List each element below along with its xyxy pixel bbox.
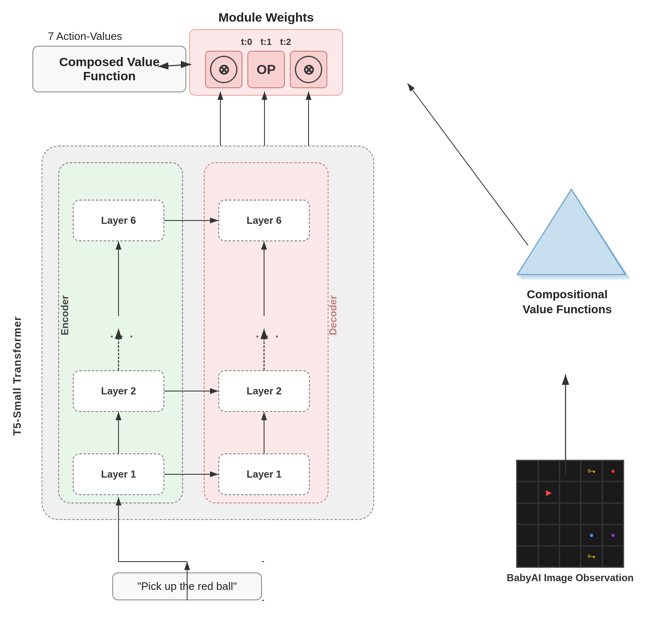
cell-r2c4: [581, 482, 602, 503]
diagram-container: 7 Action-Values Composed Value Function …: [0, 0, 667, 644]
mw-cell-2: ⊗: [290, 51, 327, 88]
cell-r1c3: [560, 461, 581, 481]
cell-r5c5: [603, 546, 623, 567]
cell-r3c3: [560, 503, 581, 524]
cell-r4c4: ●: [581, 525, 602, 545]
op-label: OP: [257, 62, 276, 77]
module-weights-label: Module Weights: [204, 10, 329, 25]
decoder-layer6: Layer 6: [218, 200, 310, 241]
timestamp-0: t:0: [241, 37, 252, 47]
module-weights-box: t:0 t:1 t:2 ⊗ OP ⊗: [189, 29, 343, 96]
cell-r4c1: [517, 525, 538, 545]
x-circle-2: ⊗: [295, 56, 322, 83]
cell-r5c1: [517, 546, 538, 567]
cell-r3c5: [603, 503, 623, 524]
cell-r5c4: 🗝: [581, 546, 602, 567]
babyai-container: 🗝 ● ▶ ● ● 🗝 BabyAI: [507, 460, 634, 584]
decoder-label: Decoder: [327, 295, 339, 335]
cell-r3c4: [581, 503, 602, 524]
decoder-layer2: Layer 2: [218, 370, 310, 412]
cell-r5c3: [560, 546, 581, 567]
encoder-dots: · · ·: [110, 330, 135, 343]
cell-r2c1: [517, 482, 538, 503]
triangle-svg: [513, 187, 630, 287]
cell-r3c1: [517, 503, 538, 524]
cell-r2c2: ▶: [539, 482, 559, 503]
cell-r4c2: [539, 525, 559, 545]
decoder-dots: · · ·: [256, 330, 280, 343]
timestamp-2: t:2: [280, 37, 291, 47]
encoder-label: Encoder: [59, 295, 71, 335]
text-input-box: "Pick up the red ball": [112, 572, 262, 600]
cell-r4c5: ●: [603, 525, 623, 545]
cell-r5c2: [539, 546, 559, 567]
mw-cell-0: ⊗: [205, 51, 242, 88]
triangle-stack: [513, 187, 621, 279]
encoder-layer2: Layer 2: [73, 370, 164, 412]
action-values-label: 7 Action-Values: [48, 30, 122, 43]
cell-r1c2: [539, 461, 559, 481]
timestamp-1: t:1: [261, 37, 272, 47]
babyai-grid: 🗝 ● ▶ ● ● 🗝: [516, 460, 624, 568]
cell-r4c3: [560, 525, 581, 545]
cell-r1c1: [517, 461, 538, 481]
t5-label: T5-Small Transformer: [11, 316, 24, 436]
timestamps-row: t:0 t:1 t:2: [241, 37, 292, 47]
cvf-container: CompositionalValue Functions: [505, 187, 630, 317]
cell-r1c5: ●: [603, 461, 623, 481]
cell-r1c4: 🗝: [581, 461, 602, 481]
decoder-layer1: Layer 1: [218, 453, 310, 495]
cvf-label: CompositionalValue Functions: [523, 287, 612, 317]
babyai-label: BabyAI Image Observation: [507, 572, 634, 584]
module-cells: ⊗ OP ⊗: [205, 51, 327, 88]
cell-r3c2: [539, 503, 559, 524]
x-circle-0: ⊗: [210, 56, 237, 83]
encoder-layer1: Layer 1: [73, 453, 164, 495]
encoder-layer6: Layer 6: [73, 200, 164, 241]
composed-value-box: Composed Value Function: [32, 46, 186, 92]
svg-marker-2: [517, 189, 625, 275]
cell-r2c5: [603, 482, 623, 503]
mw-cell-1: OP: [247, 51, 285, 88]
cell-r2c3: [560, 482, 581, 503]
